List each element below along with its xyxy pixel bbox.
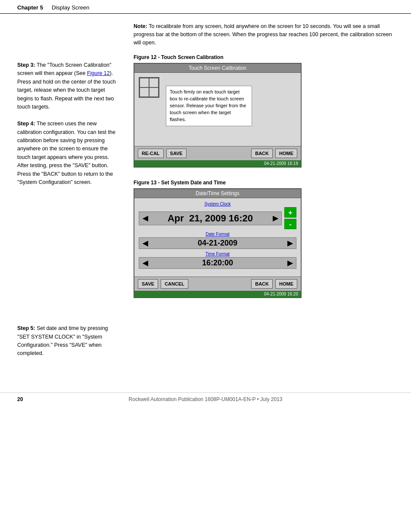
chapter-label: Chapter 5 bbox=[17, 4, 43, 11]
save-button-fig12[interactable]: SAVE bbox=[166, 149, 187, 158]
dts-screen: Date/Time Settings System Clock ◀ Apr 21… bbox=[134, 188, 302, 298]
clock-value: Apr 21, 2009 16:20 bbox=[149, 213, 271, 224]
note-text: To recalibrate from any screen, hold any… bbox=[134, 23, 392, 46]
tsc-grid-cell-4 bbox=[149, 87, 159, 97]
tsc-titlebar: Touch Screen Calibration bbox=[134, 64, 301, 73]
date-right-arrow[interactable]: ▶ bbox=[286, 239, 294, 247]
step4-label: Step 4: bbox=[17, 121, 35, 127]
system-clock-label: System Clock bbox=[139, 202, 296, 206]
step3-label: Step 3: bbox=[17, 62, 35, 68]
left-column: Step 3: The "Touch Screen Calibration" s… bbox=[17, 22, 121, 367]
save-button-fig13[interactable]: SAVE bbox=[138, 279, 158, 289]
tsc-grid-cell-3 bbox=[140, 87, 149, 97]
system-clock-section: System Clock ◀ Apr 21, 2009 16:20 ▶ + - bbox=[139, 202, 296, 229]
tsc-instruction-box: Touch firmly on each touch target box to… bbox=[166, 86, 252, 126]
time-value-row: ◀ 16:20:00 ▶ bbox=[139, 257, 296, 269]
figure12-link[interactable]: Figure 12 bbox=[87, 70, 110, 76]
tsc-grid-cell-2 bbox=[149, 78, 159, 87]
step5-block: Step 5: Set date and time by pressing "S… bbox=[17, 324, 121, 358]
clock-value-row: ◀ Apr 21, 2009 16:20 ▶ bbox=[139, 212, 282, 225]
dts-titlebar: Date/Time Settings bbox=[134, 189, 301, 198]
time-value: 16:20:00 bbox=[149, 258, 286, 268]
back-button-fig13[interactable]: BACK bbox=[251, 279, 273, 289]
figure13-label: Figure 13 - Set System Date and Time bbox=[134, 180, 394, 186]
home-button-fig13[interactable]: HOME bbox=[275, 279, 297, 289]
home-button-fig12[interactable]: HOME bbox=[275, 149, 297, 158]
step3-text: The "Touch Screen Calibration" screen wi… bbox=[17, 62, 116, 110]
page-number: 20 bbox=[17, 396, 23, 402]
cancel-button[interactable]: CANCEL bbox=[161, 279, 188, 289]
back-button-fig12[interactable]: BACK bbox=[251, 149, 273, 158]
figure12-container: Figure 12 - Touch Screen Calibration Tou… bbox=[134, 54, 394, 168]
date-value: 04-21-2009 bbox=[149, 239, 286, 248]
tsc-body: Touch firmly on each touch target box to… bbox=[134, 73, 301, 146]
time-format-label: Time Format bbox=[139, 252, 296, 256]
clock-right-arrow[interactable]: ▶ bbox=[271, 214, 280, 222]
step4-block: Step 4: The screen uses the new calibrat… bbox=[17, 120, 121, 187]
figure13-container: Figure 13 - Set System Date and Time Dat… bbox=[134, 180, 394, 298]
dts-body: System Clock ◀ Apr 21, 2009 16:20 ▶ + - bbox=[134, 198, 301, 277]
page-content: Step 3: The "Touch Screen Calibration" s… bbox=[0, 14, 411, 367]
tsc-grid bbox=[139, 77, 159, 98]
clock-left-arrow[interactable]: ◀ bbox=[141, 214, 149, 222]
minus-button[interactable]: - bbox=[284, 219, 296, 229]
date-value-row: ◀ 04-21-2009 ▶ bbox=[139, 237, 296, 249]
tsc-grid-cell-1 bbox=[140, 78, 149, 87]
plus-button[interactable]: + bbox=[284, 207, 296, 218]
dts-timestamp: 04-21-2009 16:20 bbox=[134, 291, 301, 297]
step4-text: The screen uses the new calibration conf… bbox=[17, 121, 115, 185]
time-format-section: Time Format ◀ 16:20:00 ▶ bbox=[139, 252, 296, 269]
plus-minus-buttons: + - bbox=[284, 207, 296, 229]
footer-text: Rockwell Automation Publication 1608P-UM… bbox=[129, 396, 283, 402]
tsc-target-area bbox=[139, 77, 159, 98]
tsc-timestamp: 04-21-2009 16:19 bbox=[134, 160, 301, 167]
time-left-arrow[interactable]: ◀ bbox=[141, 259, 149, 267]
step5-label: Step 5: bbox=[17, 325, 35, 331]
right-column: Note: To recalibrate from any screen, ho… bbox=[134, 22, 394, 367]
note-label: Note: bbox=[134, 23, 147, 29]
figure12-label: Figure 12 - Touch Screen Calibration bbox=[134, 54, 394, 60]
page-header: Chapter 5 Display Screen bbox=[0, 0, 411, 14]
tsc-screen: Touch Screen Calibration Touch firmly on… bbox=[134, 63, 302, 168]
tsc-buttons: RE-CAL SAVE BACK HOME bbox=[134, 146, 301, 160]
clock-row: ◀ Apr 21, 2009 16:20 ▶ + - bbox=[139, 207, 296, 229]
dts-buttons: SAVE CANCEL BACK HOME bbox=[134, 277, 301, 291]
time-right-arrow[interactable]: ▶ bbox=[286, 259, 294, 267]
recal-button[interactable]: RE-CAL bbox=[138, 149, 164, 158]
chapter-title: Display Screen bbox=[52, 4, 89, 11]
date-left-arrow[interactable]: ◀ bbox=[141, 239, 149, 247]
step3-block: Step 3: The "Touch Screen Calibration" s… bbox=[17, 61, 121, 111]
note-box: Note: To recalibrate from any screen, ho… bbox=[134, 22, 394, 47]
date-format-section: Date Format ◀ 04-21-2009 ▶ bbox=[139, 232, 296, 249]
page-footer: 20 Rockwell Automation Publication 1608P… bbox=[0, 392, 411, 406]
date-format-label: Date Format bbox=[139, 232, 296, 236]
